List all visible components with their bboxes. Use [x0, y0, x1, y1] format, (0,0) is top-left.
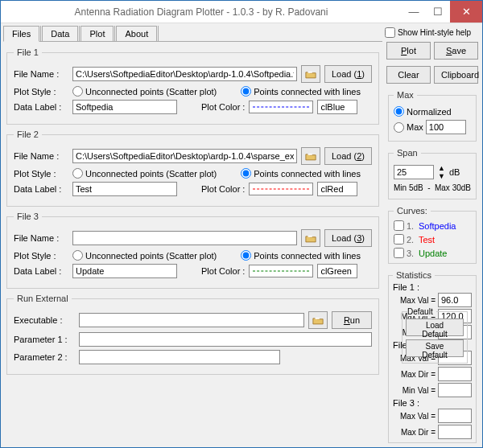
- hint-checkbox[interactable]: Show Hint-style help: [385, 27, 480, 38]
- tab-plot[interactable]: Plot: [80, 26, 114, 41]
- minimize-button[interactable]: —: [402, 1, 426, 23]
- max-group: Max Normalized Max: [388, 90, 477, 142]
- folder-icon: [305, 70, 316, 79]
- span-input[interactable]: [394, 165, 434, 179]
- file2-plotcolor-label: Plot Color :: [201, 184, 245, 194]
- stats-file1-label: File 1 :: [393, 282, 472, 292]
- max-legend: Max: [394, 90, 417, 100]
- file1-datalabel-label: Data Label :: [14, 102, 68, 112]
- span-stepper-icon[interactable]: ▲▼: [438, 164, 445, 180]
- file1-group: File 1 File Name : Load (1) Plot Style :…: [6, 47, 379, 125]
- app-window: Antenna Radiation Diagram Plotter - 1.0.…: [0, 0, 483, 448]
- file1-colorname-input[interactable]: [317, 100, 357, 114]
- param2-input[interactable]: [79, 350, 280, 364]
- executable-label: Executable :: [14, 315, 75, 325]
- file2-minval[interactable]: [438, 383, 472, 397]
- file3-color-preview[interactable]: [249, 265, 313, 277]
- file2-color-preview[interactable]: [249, 183, 313, 195]
- clear-button[interactable]: Clear: [386, 66, 431, 84]
- file1-radio-lines[interactable]: Points connected with lines: [241, 86, 361, 97]
- param1-label: Parameter 1 :: [14, 335, 75, 344]
- default-legend: Default: [407, 307, 436, 316]
- curve3-checkbox[interactable]: [394, 248, 404, 258]
- file2-datalabel-label: Data Label :: [14, 184, 68, 194]
- clipboard-button[interactable]: Clipboard: [434, 66, 478, 84]
- file3-colorname-input[interactable]: [317, 264, 357, 278]
- run-external-group: Run External Executable : Run Parameter …: [6, 294, 379, 375]
- file2-filename-label: File Name :: [14, 151, 68, 161]
- curve1-checkbox[interactable]: [394, 220, 404, 231]
- file1-maxval[interactable]: [438, 293, 472, 307]
- close-button[interactable]: ✕: [450, 1, 482, 23]
- normalized-radio[interactable]: Normalized: [394, 106, 471, 117]
- span-group: Span ▲▼ dB Min 5dB - Max 30dB: [388, 148, 477, 199]
- file2-browse-button[interactable]: [301, 147, 320, 165]
- file3-load-button[interactable]: Load (3): [324, 229, 372, 247]
- file2-radio-scatter[interactable]: Unconnected points (Scatter plot): [72, 168, 217, 179]
- statistics-legend: Statistics: [393, 270, 435, 280]
- curve-row: 2.Test: [394, 232, 471, 246]
- span-unit: dB: [449, 167, 460, 177]
- file2-group: File 2 File Name : Load (2) Plot Style :…: [6, 129, 379, 207]
- folder-icon: [305, 152, 316, 161]
- window-title: Antenna Radiation Diagram Plotter - 1.0.…: [1, 6, 402, 18]
- curve-row: 3.Update: [394, 246, 471, 260]
- file1-load-button[interactable]: Load (1): [324, 65, 372, 83]
- file1-filename-label: File Name :: [14, 69, 68, 79]
- plot-button[interactable]: Plot: [386, 42, 431, 60]
- file2-colorname-input[interactable]: [317, 182, 357, 196]
- file1-color-preview[interactable]: [249, 101, 313, 113]
- file3-radio-scatter[interactable]: Unconnected points (Scatter plot): [72, 250, 217, 261]
- file1-radio-scatter[interactable]: Unconnected points (Scatter plot): [72, 86, 217, 97]
- file3-plotstyle-label: Plot Style :: [14, 251, 68, 261]
- tab-data[interactable]: Data: [42, 26, 78, 41]
- folder-icon: [312, 316, 324, 325]
- param2-label: Parameter 2 :: [14, 352, 75, 362]
- maxval-label: Max Val =: [400, 296, 436, 305]
- folder-icon: [305, 234, 316, 243]
- titlebar: Antenna Radiation Diagram Plotter - 1.0.…: [1, 1, 482, 23]
- file3-filename-input[interactable]: [72, 231, 297, 245]
- file2-load-button[interactable]: Load (2): [324, 147, 372, 165]
- file1-filename-input[interactable]: [72, 67, 297, 81]
- file1-plotcolor-label: Plot Color :: [201, 102, 245, 112]
- curve2-name: Test: [419, 235, 435, 245]
- file3-maxval[interactable]: [438, 409, 472, 423]
- file2-datalabel-input[interactable]: [72, 182, 177, 196]
- file3-datalabel-label: Data Label :: [14, 266, 68, 276]
- executable-input[interactable]: [79, 313, 304, 327]
- file3-group: File 3 File Name : Load (3) Plot Style :…: [6, 212, 379, 289]
- file2-plotstyle-label: Plot Style :: [14, 169, 68, 179]
- file3-legend: File 3: [14, 212, 42, 221]
- curve3-name: Update: [419, 249, 447, 258]
- file3-radio-lines[interactable]: Points connected with lines: [241, 250, 361, 261]
- file3-maxdir[interactable]: [438, 425, 472, 439]
- tab-files[interactable]: Files: [3, 26, 39, 42]
- file2-filename-input[interactable]: [72, 149, 297, 163]
- file3-browse-button[interactable]: [301, 229, 320, 247]
- span-min: Min 5dB: [394, 183, 423, 192]
- curve2-checkbox[interactable]: [394, 234, 404, 245]
- tab-about[interactable]: About: [116, 26, 157, 41]
- save-button[interactable]: Save: [434, 42, 478, 60]
- file2-maxdir[interactable]: [438, 367, 472, 381]
- run-button[interactable]: Run: [332, 311, 372, 329]
- file3-datalabel-input[interactable]: [72, 264, 177, 278]
- maximize-button[interactable]: ☐: [426, 1, 450, 23]
- file2-radio-lines[interactable]: Points connected with lines: [241, 168, 361, 179]
- file1-datalabel-input[interactable]: [72, 100, 177, 114]
- save-default-button[interactable]: Save Default: [406, 339, 464, 357]
- file1-legend: File 1: [14, 47, 42, 57]
- max-input[interactable]: [426, 120, 466, 134]
- span-max: Max 30dB: [435, 183, 471, 192]
- tab-bar: Files Data Plot About: [3, 26, 382, 42]
- run-external-legend: Run External: [14, 294, 72, 303]
- param1-input[interactable]: [79, 332, 372, 347]
- file1-browse-button[interactable]: [301, 65, 320, 83]
- curve1-name: Softpedia: [419, 221, 456, 231]
- file3-filename-label: File Name :: [14, 233, 68, 243]
- load-default-button[interactable]: Load Default: [406, 319, 464, 336]
- file3-plotcolor-label: Plot Color :: [201, 266, 245, 276]
- max-radio[interactable]: Max: [394, 120, 471, 134]
- executable-browse-button[interactable]: [308, 311, 328, 329]
